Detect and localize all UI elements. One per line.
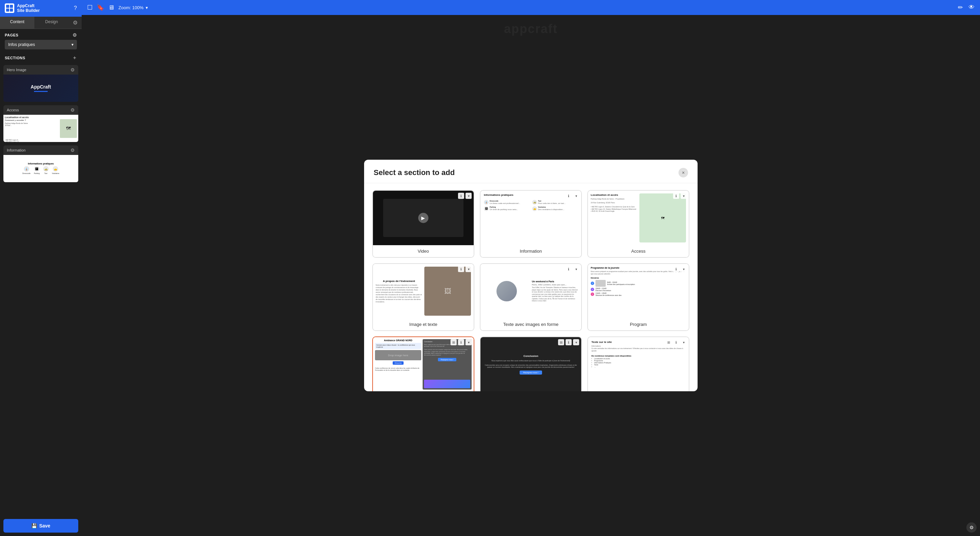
topbar-desktop-icon[interactable]: 🖥 <box>108 4 115 11</box>
sidebar-item-access[interactable]: Access ⚙ Localisation et accès Comment y… <box>3 105 78 142</box>
chevron-down-icon: ▾ <box>72 42 73 47</box>
pages-section-header: PAGES ⚙ <box>5 32 77 38</box>
video-card-preview: ▶ ℹ ▾ <box>373 191 474 245</box>
access-label: Access <box>588 245 689 257</box>
program-info-icon[interactable]: ℹ <box>673 266 679 272</box>
program-label: Program <box>588 318 689 330</box>
modal-body: ▶ ℹ ▾ Video <box>364 183 698 391</box>
section-card-text-with-button[interactable]: Conclusion Nous espérons que vous êtes a… <box>480 337 582 391</box>
information-preview: Informations pratiques 👔 Dresscode 🅿 Par… <box>3 155 78 182</box>
sidebar-header: AppCraft Site Builder ? <box>0 0 82 17</box>
section-card-timeline-vertical[interactable]: Ambiance GRAND NORD Innover pour mieux r… <box>372 337 474 391</box>
section-picker-modal: Select a section to add × ▶ <box>364 160 698 391</box>
sidebar-tabs: Content Design ⚙ <box>0 17 82 29</box>
modal-title: Select a section to add <box>374 168 455 177</box>
canvas-area: appcraft Select a section to add × <box>82 15 980 536</box>
section-card-program[interactable]: Programme de la journée Nous avons prépa… <box>587 263 689 331</box>
help-icon[interactable]: ? <box>74 5 77 11</box>
modal-header: Select a section to add × <box>364 160 698 183</box>
section-grid: ▶ ℹ ▾ Video <box>372 190 689 391</box>
tab-settings-icon[interactable]: ⚙ <box>69 17 82 29</box>
play-icon: ▶ <box>418 213 428 223</box>
sections-label: SECTIONS <box>5 56 25 60</box>
topbar-file-icon[interactable]: ☐ <box>87 4 92 11</box>
zoom-label: Zoom: 100% <box>118 5 143 10</box>
logo-icon <box>5 3 14 13</box>
modal-overlay: Select a section to add × ▶ <box>82 15 980 536</box>
section-card-text[interactable]: Texte sur le site InformationsCe site ce… <box>587 337 689 391</box>
save-button[interactable]: 💾 Save <box>3 519 78 533</box>
timeline-info-icon[interactable]: ℹ <box>458 339 464 345</box>
topbar-preview-icon[interactable]: 👁 <box>969 4 975 11</box>
pages-section: PAGES ⚙ Infos pratiques ▾ <box>0 29 82 51</box>
access-info-icon[interactable]: ℹ <box>673 193 679 199</box>
hero-preview: AppCraft <box>3 75 78 102</box>
tab-design[interactable]: Design <box>34 17 69 29</box>
zoom-chevron-icon: ▾ <box>146 5 148 10</box>
information-label: Information <box>480 245 581 257</box>
info-menu-icon[interactable]: ▾ <box>573 193 579 199</box>
sections-section-header: SECTIONS ＋ <box>5 55 77 61</box>
img-texte-info-icon[interactable]: ℹ <box>458 266 464 272</box>
texte-images-info-icon[interactable]: ℹ <box>566 266 572 272</box>
topbar-bookmark-icon[interactable]: 🔖 <box>97 4 104 11</box>
sections-section-header-wrapper: SECTIONS ＋ <box>0 51 82 65</box>
access-preview: Localisation et accès Comment y acceder … <box>3 115 78 142</box>
section-info-settings-icon[interactable]: ⚙ <box>70 147 75 153</box>
access-menu-icon[interactable]: ▾ <box>681 193 687 199</box>
app-name: AppCraft Site Builder <box>17 3 40 13</box>
img-texte-menu-icon[interactable]: ▾ <box>466 266 472 272</box>
video-info-icon[interactable]: ℹ <box>458 193 464 199</box>
canvas-settings-icon[interactable]: ⚙ <box>966 522 977 533</box>
zoom-control[interactable]: Zoom: 100% ▾ <box>118 5 148 10</box>
pages-label: PAGES <box>5 33 18 37</box>
pages-dropdown[interactable]: Infos pratiques ▾ <box>5 40 77 49</box>
tab-content[interactable]: Content <box>0 17 34 29</box>
section-access-settings-icon[interactable]: ⚙ <box>70 107 75 113</box>
program-card-preview: Programme de la journée Nous avons prépa… <box>588 264 689 318</box>
video-menu-icon[interactable]: ▾ <box>466 193 472 199</box>
image-texte-label: Image et texte <box>373 318 474 330</box>
topbar-edit-icon[interactable]: ✏ <box>958 4 963 11</box>
section-card-access[interactable]: Localisation et accès Parking Indigo Bor… <box>587 190 689 258</box>
text-btn-menu-icon[interactable]: ▾ <box>573 339 579 345</box>
main-area: ☐ 🔖 🖥 Zoom: 100% ▾ ✏ 👁 appcraft Select a… <box>82 0 980 536</box>
section-info-label: Information <box>7 148 25 152</box>
section-card-texte-images[interactable]: Un weekend à Paris Paris, Ville Lumière,… <box>480 263 582 331</box>
sidebar-item-information[interactable]: Information ⚙ Informations pratiques 👔 D… <box>3 145 78 182</box>
section-card-video[interactable]: ▶ ℹ ▾ Video <box>372 190 474 258</box>
section-card-image-texte[interactable]: A propos de l'évènement Notre événement … <box>372 263 474 331</box>
topbar: ☐ 🔖 🖥 Zoom: 100% ▾ ✏ 👁 <box>82 0 980 15</box>
video-label: Video <box>373 245 474 257</box>
save-icon: 💾 <box>31 523 37 528</box>
text-menu-icon[interactable]: ▾ <box>681 339 687 345</box>
timeline-menu-icon[interactable]: ▾ <box>466 339 472 345</box>
timeline-vertical-card-preview: Ambiance GRAND NORD Innover pour mieux r… <box>373 337 474 391</box>
sidebar: AppCraft Site Builder ? Content Design ⚙… <box>0 0 82 536</box>
add-section-icon[interactable]: ＋ <box>72 55 77 61</box>
text-grid-icon[interactable]: ⊞ <box>666 339 672 345</box>
text-btn-info-icon[interactable]: ℹ <box>566 339 572 345</box>
texte-images-card-preview: Un weekend à Paris Paris, Ville Lumière,… <box>480 264 581 318</box>
information-card-preview: Informations pratiques 👔 Dresscode <box>480 191 581 245</box>
pages-settings-icon[interactable]: ⚙ <box>73 32 77 38</box>
program-menu-icon[interactable]: ▾ <box>681 266 687 272</box>
info-info-icon[interactable]: ℹ <box>566 193 572 199</box>
sidebar-item-hero-image[interactable]: Hero Image ⚙ AppCraft <box>3 65 78 102</box>
section-hero-label: Hero Image <box>7 68 26 72</box>
modal-close-button[interactable]: × <box>679 168 688 177</box>
text-with-button-card-preview: Conclusion Nous espérons que vous êtes a… <box>480 337 581 391</box>
sections-list: Hero Image ⚙ AppCraft Access ⚙ Loc <box>0 65 82 515</box>
timeline-grid-icon[interactable]: ⊞ <box>450 339 457 345</box>
section-hero-settings-icon[interactable]: ⚙ <box>70 67 75 73</box>
access-card-preview: Localisation et accès Parking Indigo Bor… <box>588 191 689 245</box>
text-card-preview: Texte sur le site InformationsCe site ce… <box>588 337 689 391</box>
topbar-right-icons: ✏ 👁 <box>958 4 975 11</box>
section-access-label: Access <box>7 108 19 112</box>
text-info-icon[interactable]: ℹ <box>673 339 679 345</box>
texte-images-menu-icon[interactable]: ▾ <box>573 266 579 272</box>
texte-images-label: Texte avec images en forme <box>480 318 581 330</box>
section-card-information[interactable]: Informations pratiques 👔 Dresscode <box>480 190 582 258</box>
text-btn-grid-icon[interactable]: ⊞ <box>558 339 564 345</box>
image-texte-card-preview: A propos de l'évènement Notre événement … <box>373 264 474 318</box>
